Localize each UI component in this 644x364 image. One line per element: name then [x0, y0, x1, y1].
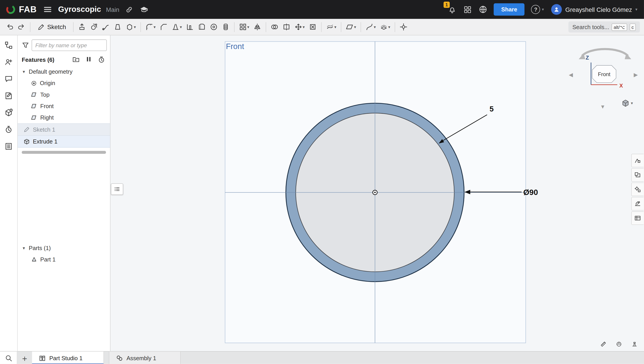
app-logo-icon[interactable]	[6, 5, 16, 14]
tool-hole-button[interactable]	[208, 21, 219, 33]
thread-icon	[222, 23, 230, 31]
community-globe-button[interactable]	[478, 5, 488, 14]
add-collaborator-button[interactable]	[4, 57, 14, 67]
package-help-button[interactable]	[4, 108, 14, 117]
main-menu-button[interactable]	[42, 4, 53, 15]
featurescript-panel-button[interactable]	[631, 197, 644, 211]
filter-input[interactable]	[32, 39, 107, 51]
shortcut-key-c: c	[630, 23, 636, 31]
appearance-panel-button[interactable]	[631, 154, 644, 167]
view-cube-front-face[interactable]: Front	[592, 65, 616, 83]
parts-section-header[interactable]: ▾ Parts (1)	[18, 242, 110, 254]
rollback-bar[interactable]	[22, 151, 106, 154]
tool-linear-pattern-button[interactable]: ▾	[238, 21, 251, 33]
chevron-down-icon: ▾	[180, 25, 182, 29]
tool-offset-surface-button[interactable]: ▾	[324, 21, 338, 33]
isometric-view-button[interactable]: ▾	[619, 99, 636, 108]
filter-icon[interactable]	[22, 42, 29, 49]
sketch-origin[interactable]	[373, 190, 377, 195]
app-store-button[interactable]	[463, 5, 472, 14]
tree-item-label: Top	[40, 91, 50, 98]
tool-sweep-button[interactable]	[100, 21, 111, 33]
new-folder-icon[interactable]	[72, 56, 80, 63]
help-button[interactable]: ? ▾	[530, 4, 545, 15]
comments-button[interactable]	[4, 74, 14, 84]
section-view-button[interactable]	[614, 339, 624, 350]
share-button[interactable]: Share	[494, 3, 525, 16]
rotate-right-button[interactable]: ▶	[633, 71, 639, 79]
user-menu-button[interactable]: Greayshell Cielo Gómez ▾	[550, 3, 638, 16]
view-cube[interactable]: Z X ◀ ▶ ▼ Front ▾	[570, 39, 640, 115]
tree-item-extrude-1[interactable]: Extrude 1	[18, 136, 110, 147]
tool-thread-button[interactable]	[220, 21, 231, 33]
measure-button[interactable]	[598, 339, 609, 350]
tool-fillet-button[interactable]: ▾	[144, 21, 158, 33]
tool-delete-part-button[interactable]	[307, 21, 318, 33]
logo-text: FAB	[19, 5, 37, 14]
content-area: Features (6) ▾ Default geometry Origin T…	[0, 35, 644, 351]
create-tab-button[interactable]: ＋	[17, 352, 32, 364]
tool-split-button[interactable]	[281, 21, 292, 33]
version-graph-button[interactable]	[4, 40, 14, 50]
tool-thicken-button[interactable]: ▾	[124, 21, 138, 33]
tool-shell-button[interactable]	[196, 21, 208, 33]
curve-icon	[366, 23, 374, 31]
share-link-icon[interactable]	[124, 5, 134, 14]
tree-item-part-1[interactable]: Part 1	[18, 254, 110, 265]
learning-center-icon[interactable]	[139, 4, 149, 15]
suppress-icon[interactable]	[86, 56, 92, 62]
tool-mate-connector-button[interactable]	[398, 21, 409, 33]
sketch-icon	[24, 126, 30, 133]
rotate-down-button[interactable]: ▼	[599, 103, 606, 111]
dim-diameter-label[interactable]: Ø90	[523, 188, 538, 197]
mirror-icon	[253, 23, 261, 31]
named-views-panel-button[interactable]	[631, 168, 644, 182]
feature-tree-panel: Features (6) ▾ Default geometry Origin T…	[18, 35, 110, 351]
tool-loft-button[interactable]	[112, 21, 123, 33]
tool-curve-button[interactable]: ▾	[364, 21, 378, 33]
search-tools-field[interactable]: Search tools... alt/⌥ c	[568, 22, 640, 33]
tree-item-default-geometry[interactable]: ▾ Default geometry	[18, 66, 110, 77]
tool-extrude-button[interactable]	[76, 21, 88, 33]
tool-draft-button[interactable]: ▾	[170, 21, 184, 33]
tool-chamfer-button[interactable]	[158, 21, 169, 33]
tool-rib-button[interactable]	[184, 21, 196, 33]
tree-item-origin[interactable]: Origin	[18, 77, 110, 89]
tool-boolean-button[interactable]	[269, 21, 280, 33]
tree-item-top-plane[interactable]: Top	[18, 89, 110, 100]
feature-panel-toggle-button[interactable]	[111, 183, 123, 195]
custom-tables-panel-button[interactable]	[631, 211, 644, 225]
rotate-left-button[interactable]: ◀	[568, 71, 574, 79]
workspace-name[interactable]: Main	[106, 6, 120, 13]
pencil-icon	[37, 23, 45, 31]
dim-thickness-label[interactable]: 5	[490, 105, 494, 113]
configuration-panel-button[interactable]	[631, 183, 644, 196]
tool-mirror-button[interactable]	[252, 21, 263, 33]
tool-revolve-button[interactable]	[88, 21, 100, 33]
chevron-down-icon[interactable]: ▾	[22, 245, 26, 251]
part-icon	[31, 256, 37, 263]
undo-button[interactable]	[4, 21, 15, 33]
tab-label: Part Studio 1	[49, 355, 82, 361]
rollback-clock-icon[interactable]	[98, 56, 105, 63]
chevron-down-icon[interactable]: ▾	[22, 69, 26, 74]
notifications-button[interactable]: 1	[448, 5, 457, 14]
tab-part-studio-1[interactable]: Part Studio 1	[32, 352, 104, 364]
redo-button[interactable]	[16, 21, 27, 33]
tree-item-right-plane[interactable]: Right	[18, 112, 110, 123]
tree-item-label: Extrude 1	[33, 138, 58, 145]
tool-transform-button[interactable]: ▾	[293, 21, 306, 33]
tree-item-sketch-1[interactable]: Sketch 1	[18, 123, 110, 136]
tab-search-button[interactable]	[0, 352, 17, 364]
tree-item-front-plane[interactable]: Front	[18, 100, 110, 112]
tool-composite-part-button[interactable]: ▾	[378, 21, 392, 33]
sketch-button[interactable]: Sketch	[33, 21, 70, 33]
edit-notes-button[interactable]	[4, 91, 14, 101]
tab-assembly-1[interactable]: Assembly 1	[109, 352, 181, 364]
properties-list-button[interactable]	[4, 141, 14, 151]
history-button[interactable]	[4, 125, 14, 134]
tool-plane-button[interactable]: ▾	[344, 21, 358, 33]
model-viewport[interactable]: 5 Ø90 Front Z X	[110, 35, 644, 351]
view-cube-face-label: Front	[592, 65, 616, 83]
mass-properties-button[interactable]	[629, 339, 640, 350]
